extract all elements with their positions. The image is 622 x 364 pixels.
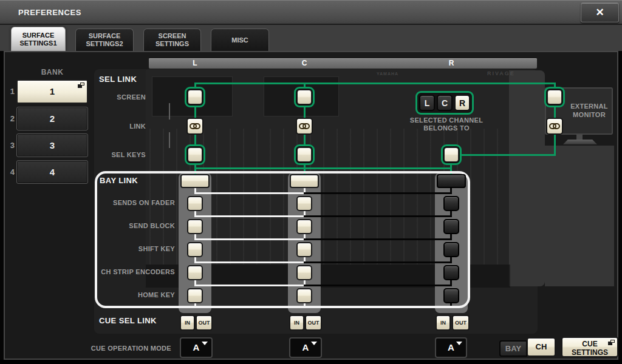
shift-key-key-l[interactable] bbox=[187, 242, 203, 257]
lcr-select-r[interactable]: R bbox=[454, 95, 470, 111]
cue-in-button-l[interactable]: IN bbox=[180, 315, 195, 331]
cue-out-button-r[interactable]: OUT bbox=[452, 315, 470, 331]
selected-channel-group: L C R bbox=[415, 91, 474, 115]
ch-toggle-button[interactable]: CH bbox=[527, 337, 556, 357]
caption-line: SELECTED CHANNEL bbox=[394, 116, 499, 124]
lcr-label: L bbox=[425, 98, 430, 108]
tab-label: SURFACE bbox=[76, 32, 133, 40]
cue-settings-button[interactable]: CUE SETTINGS bbox=[561, 337, 618, 357]
bank-row-number-1: 1 bbox=[5, 87, 15, 96]
cue-mode-dropdown-r[interactable]: A bbox=[435, 337, 467, 358]
chain-link-icon bbox=[549, 123, 560, 130]
shift-key-label: SHIFT KEY bbox=[78, 245, 175, 252]
sel-key-c[interactable] bbox=[297, 147, 312, 162]
chevron-down-icon bbox=[311, 342, 317, 345]
label-connector-tick bbox=[169, 132, 170, 148]
bay-link-button-r[interactable] bbox=[437, 174, 466, 188]
tab-label: MISC bbox=[211, 36, 268, 44]
cue-settings-label: SETTINGS bbox=[562, 348, 617, 357]
bank-button-label: 4 bbox=[50, 167, 55, 177]
tab-surface-settings1[interactable]: SURFACE SETTINGS1 bbox=[11, 27, 66, 51]
ch-strip-encoders-label: CH STRIP ENCODERS bbox=[78, 268, 175, 275]
bay-link-button-c[interactable] bbox=[290, 174, 319, 188]
sends-on-fader-label: SENDS ON FADER bbox=[78, 199, 175, 206]
bank-button-label: 2 bbox=[50, 113, 55, 124]
ch-strip-encoders-key-l[interactable] bbox=[187, 265, 203, 280]
bay-link-button-l[interactable] bbox=[180, 174, 210, 188]
send-block-key-r[interactable] bbox=[443, 219, 459, 234]
cue-mode-dropdown-c[interactable]: A bbox=[289, 337, 322, 358]
screen-key-c[interactable] bbox=[297, 90, 312, 104]
ch-strip-encoders-key-r[interactable] bbox=[443, 265, 459, 280]
sends-on-fader-key-c[interactable] bbox=[296, 196, 312, 211]
screen-key-l[interactable] bbox=[188, 90, 202, 104]
bank-row-number-3: 3 bbox=[5, 141, 15, 150]
window-bottom-edge bbox=[0, 360, 622, 364]
caption-line: BELONGS TO bbox=[394, 124, 499, 132]
cue-out-button-c[interactable]: OUT bbox=[305, 315, 322, 331]
screen-key-external[interactable] bbox=[547, 90, 562, 104]
bank-row-number-4: 4 bbox=[5, 167, 15, 177]
bank-button-4[interactable]: 4 bbox=[16, 160, 88, 184]
dropdown-value: A bbox=[302, 342, 309, 352]
lcr-select-c[interactable]: C bbox=[437, 95, 453, 111]
bay-toggle-button[interactable]: BAY bbox=[499, 340, 527, 357]
sel-key-r[interactable] bbox=[444, 147, 459, 162]
tab-surface-settings2[interactable]: SURFACE SETTINGS2 bbox=[75, 29, 134, 51]
bank-button-1[interactable]: 1 bbox=[16, 79, 88, 104]
selected-channel-caption: SELECTED CHANNEL BELONGS TO bbox=[394, 116, 499, 132]
bay-link-box bbox=[95, 171, 470, 308]
tab-label: SETTINGS bbox=[144, 40, 200, 48]
bank-button-2[interactable]: 2 bbox=[16, 107, 88, 130]
sends-on-fader-key-l[interactable] bbox=[187, 196, 203, 211]
screen-key-ring-c bbox=[294, 87, 315, 107]
cue-mode-dropdown-l[interactable]: A bbox=[180, 337, 213, 358]
sends-on-fader-key-r[interactable] bbox=[443, 196, 459, 211]
bank-row-number-2: 2 bbox=[5, 114, 15, 123]
link-key-l[interactable] bbox=[186, 118, 203, 135]
tab-screen-settings[interactable]: SCREEN SETTINGS bbox=[143, 29, 201, 51]
screen-key-ring-ext bbox=[544, 87, 565, 107]
column-header-r: R bbox=[439, 59, 463, 67]
sel-key-ring-l bbox=[185, 144, 205, 165]
home-key-key-c[interactable] bbox=[296, 288, 312, 303]
green-link-line-top bbox=[195, 83, 555, 84]
shift-key-key-r[interactable] bbox=[443, 242, 459, 257]
in-label: IN bbox=[185, 320, 190, 326]
page-title: PREFERENCES bbox=[18, 8, 81, 17]
cue-out-button-l[interactable]: OUT bbox=[196, 315, 213, 331]
lcr-select-l[interactable]: L bbox=[419, 95, 435, 111]
bank-button-label: 3 bbox=[50, 140, 55, 150]
title-bar bbox=[0, 0, 622, 25]
column-header-l: L bbox=[183, 59, 207, 67]
tab-misc[interactable]: MISC bbox=[211, 29, 269, 51]
screen-key-ring-l bbox=[185, 87, 205, 107]
bank-title: BANK bbox=[16, 68, 88, 76]
tab-label: SURFACE bbox=[12, 32, 65, 39]
console-right-wing bbox=[509, 70, 545, 286]
close-button[interactable]: ✕ bbox=[581, 2, 619, 22]
sel-link-title: SEL LINK bbox=[99, 75, 137, 84]
bay-link-title: BAY LINK bbox=[100, 176, 138, 185]
yamaha-logo: YAMAHA bbox=[377, 72, 398, 76]
home-key-key-l[interactable] bbox=[187, 288, 203, 303]
cue-in-button-r[interactable]: IN bbox=[436, 315, 451, 331]
out-label: OUT bbox=[199, 320, 210, 326]
home-key-key-r[interactable] bbox=[443, 288, 459, 303]
ch-label: CH bbox=[536, 342, 547, 351]
sel-key-l[interactable] bbox=[188, 147, 202, 162]
dropdown-value: A bbox=[448, 342, 454, 352]
bank-button-3[interactable]: 3 bbox=[16, 133, 88, 157]
sel-key-ring-c bbox=[294, 144, 315, 165]
cue-sel-link-title: CUE SEL LINK bbox=[99, 316, 157, 325]
out-label: OUT bbox=[308, 320, 320, 326]
shift-key-key-c[interactable] bbox=[296, 242, 312, 257]
in-label: IN bbox=[440, 320, 446, 326]
send-block-key-c[interactable] bbox=[296, 219, 312, 234]
send-block-key-l[interactable] bbox=[187, 219, 203, 234]
cue-in-button-c[interactable]: IN bbox=[289, 315, 304, 331]
ch-strip-encoders-key-c[interactable] bbox=[296, 265, 312, 280]
link-key-c[interactable] bbox=[296, 118, 313, 135]
link-key-external[interactable] bbox=[546, 118, 563, 135]
green-link-line-sel-keys bbox=[194, 167, 452, 169]
